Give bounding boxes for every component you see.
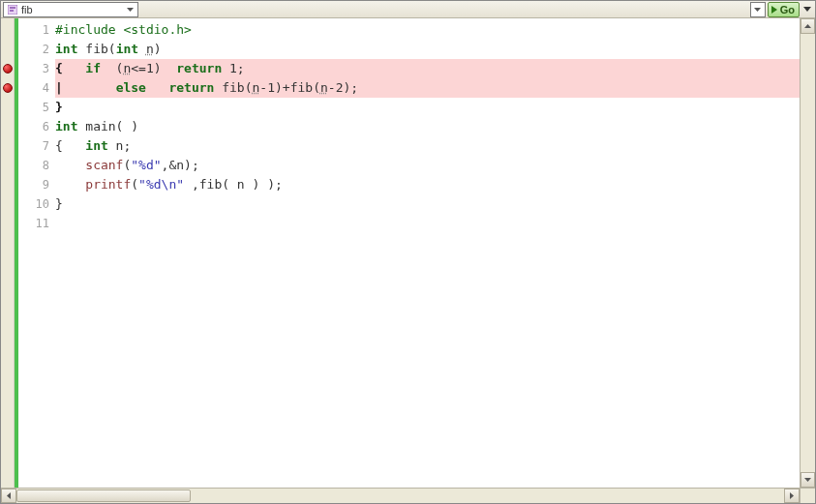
svg-marker-4 bbox=[754, 8, 761, 12]
play-icon bbox=[771, 6, 777, 14]
breakpoint-marker[interactable] bbox=[3, 64, 13, 74]
secondary-dropdown[interactable] bbox=[750, 2, 766, 17]
code-viewport[interactable]: 1#include <stdio.h>2int fib(int n)3{ if … bbox=[18, 18, 800, 488]
scroll-down-button[interactable] bbox=[801, 472, 815, 488]
code-line[interactable]: 10} bbox=[18, 194, 800, 214]
code-line[interactable]: 8 scanf("%d",&n); bbox=[18, 156, 800, 175]
code-line[interactable]: 9 printf("%d\n" ,fib( n ) ); bbox=[18, 175, 800, 194]
line-number: 4 bbox=[18, 78, 55, 98]
scrollbar-corner bbox=[800, 488, 815, 503]
marker-gutter[interactable] bbox=[1, 18, 15, 488]
code-line[interactable]: 7{ int n; bbox=[18, 136, 800, 156]
svg-rect-2 bbox=[10, 10, 14, 12]
function-icon bbox=[8, 5, 17, 15]
line-number: 5 bbox=[18, 98, 55, 117]
code-line[interactable]: 4| else return fib(n-1)+fib(n-2); bbox=[18, 78, 800, 98]
code-content[interactable]: #include <stdio.h> bbox=[55, 20, 800, 40]
function-dropdown[interactable]: fib bbox=[3, 2, 138, 17]
code-line[interactable]: 5} bbox=[18, 98, 800, 117]
scroll-left-button[interactable] bbox=[1, 489, 16, 503]
editor-area: 1#include <stdio.h>2int fib(int n)3{ if … bbox=[1, 18, 815, 488]
code-content[interactable]: scanf("%d",&n); bbox=[55, 156, 800, 175]
code-content[interactable]: int main( ) bbox=[55, 117, 800, 136]
code-content[interactable]: int fib(int n) bbox=[55, 40, 800, 59]
line-number: 1 bbox=[18, 20, 55, 40]
line-number: 9 bbox=[18, 175, 55, 194]
editor-toolbar: fib Go bbox=[1, 1, 815, 18]
code-line[interactable]: 2int fib(int n) bbox=[18, 40, 800, 59]
vscroll-track[interactable] bbox=[801, 34, 815, 472]
line-number: 7 bbox=[18, 136, 55, 156]
svg-marker-6 bbox=[804, 478, 811, 482]
ide-window: fib Go 1#include <stdio.h>2int fib(int n… bbox=[0, 0, 816, 504]
bottom-scroll-row bbox=[1, 488, 815, 503]
scroll-right-button[interactable] bbox=[784, 489, 800, 503]
hscroll-thumb[interactable] bbox=[16, 489, 191, 502]
horizontal-scrollbar[interactable] bbox=[1, 488, 800, 503]
code-content[interactable]: { if (n<=1) return 1; bbox=[55, 59, 800, 78]
svg-marker-3 bbox=[127, 8, 134, 12]
line-number: 3 bbox=[18, 59, 55, 78]
line-number: 6 bbox=[18, 117, 55, 136]
code-content[interactable]: } bbox=[55, 194, 800, 214]
code-line[interactable]: 3{ if (n<=1) return 1; bbox=[18, 59, 800, 78]
chevron-down-icon bbox=[124, 4, 136, 15]
svg-marker-5 bbox=[804, 24, 811, 28]
breakpoint-marker[interactable] bbox=[3, 83, 13, 93]
code-content[interactable]: { int n; bbox=[55, 136, 800, 156]
svg-marker-7 bbox=[7, 492, 11, 499]
go-button[interactable]: Go bbox=[768, 2, 800, 17]
code-line[interactable]: 6int main( ) bbox=[18, 117, 800, 136]
svg-marker-8 bbox=[790, 492, 794, 499]
vertical-scrollbar[interactable] bbox=[800, 18, 815, 488]
code-line[interactable]: 1#include <stdio.h> bbox=[18, 20, 800, 40]
go-button-label: Go bbox=[780, 4, 795, 15]
go-dropdown-arrow[interactable] bbox=[803, 7, 811, 12]
code-content[interactable]: printf("%d\n" ,fib( n ) ); bbox=[55, 175, 800, 194]
code-content[interactable]: | else return fib(n-1)+fib(n-2); bbox=[55, 78, 800, 98]
line-number: 8 bbox=[18, 156, 55, 175]
svg-rect-1 bbox=[10, 7, 15, 9]
code-content[interactable]: } bbox=[55, 98, 800, 117]
code-line[interactable]: 11 bbox=[18, 214, 800, 233]
line-number: 10 bbox=[18, 194, 55, 214]
line-number: 2 bbox=[18, 40, 55, 59]
chevron-down-icon bbox=[754, 8, 761, 12]
function-dropdown-label: fib bbox=[21, 4, 33, 15]
line-number: 11 bbox=[18, 214, 55, 233]
hscroll-track[interactable] bbox=[191, 489, 784, 503]
scroll-up-button[interactable] bbox=[801, 18, 815, 34]
